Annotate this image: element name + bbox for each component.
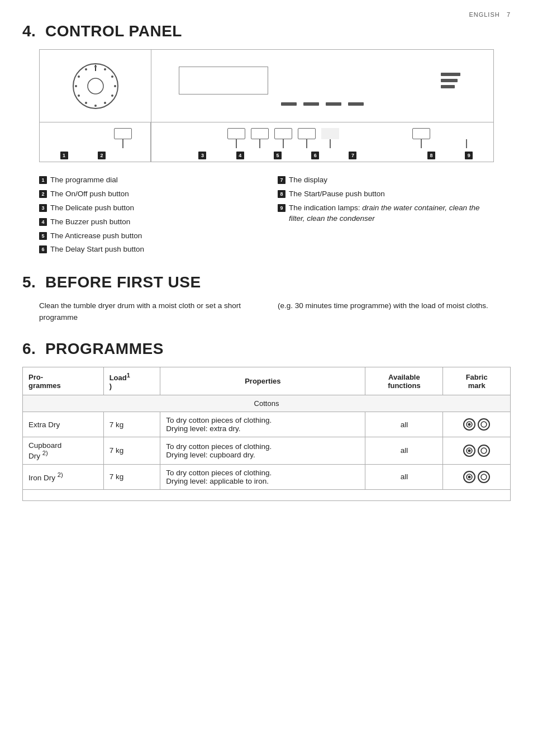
item-text-4: The Buzzer push button (50, 217, 130, 228)
prog-func-2: all (365, 437, 443, 465)
page-header: ENGLISH 7 (22, 11, 511, 18)
connector-5 (283, 139, 284, 148)
programme-dial (70, 61, 121, 111)
item-text-5: The Anticrease push button (50, 231, 142, 242)
category-cottons: Cottons (23, 395, 511, 412)
num-6: 6 (311, 152, 319, 159)
table-row: CupboardDry 2) 7 kg To dry cotton pieces… (23, 437, 511, 465)
control-panel-diagram: 1 2 3 4 5 6 7 8 9 (39, 49, 494, 162)
svg-point-3 (104, 68, 106, 70)
buttons-row (40, 122, 493, 148)
startpause-button (412, 128, 430, 139)
diagram-top (40, 50, 493, 122)
svg-point-14 (88, 78, 103, 94)
item-num-5: 5 (39, 232, 47, 240)
prog-func-3: all (365, 464, 443, 489)
page-number: 7 (507, 11, 511, 18)
item-8: 8 The Start/Pause push button (278, 187, 494, 201)
programmes-table: Pro-grammes Load1) Properties Availablef… (22, 367, 511, 501)
item-num-1: 1 (39, 176, 47, 184)
buzzer-button (251, 128, 269, 139)
prog-load-2: 7 kg (103, 437, 160, 465)
section5: 5. BEFORE FIRST USE Clean the tumble dry… (22, 273, 511, 323)
prog-props-3: To dry cotton pieces of clothing.Drying … (160, 464, 365, 489)
col-properties: Properties (160, 367, 365, 395)
status-bar-1 (441, 73, 460, 76)
items-grid: 1 The programme dial 2 The On/Off push b… (39, 173, 494, 257)
item-text-1: The programme dial (50, 175, 118, 186)
display-area (151, 50, 493, 122)
item-num-3: 3 (39, 204, 47, 212)
language-label: ENGLISH (469, 11, 499, 18)
section5-text-right: (e.g. 30 minutes time programme) with th… (278, 300, 494, 323)
svg-point-20 (481, 448, 487, 453)
connector-8 (421, 139, 422, 148)
item-text-6: The Delay Start push button (50, 244, 144, 255)
fabric-circle-dot-3 (463, 471, 475, 483)
item-num-2: 2 (39, 190, 47, 198)
svg-point-4 (111, 75, 113, 78)
table-header-row: Pro-grammes Load1) Properties Availablef… (23, 367, 511, 395)
connector-9 (466, 139, 467, 148)
item-text-7: The display (289, 175, 327, 186)
item-num-4: 4 (39, 218, 47, 226)
anticrease-button (274, 128, 292, 139)
item-text-2: The On/Off push button (50, 189, 129, 200)
segment-display-box (179, 67, 268, 94)
diagram-bottom-area: 1 2 3 4 5 6 7 8 9 (40, 122, 493, 162)
diagram-bottom-inner: 1 2 3 4 5 6 7 8 9 (40, 122, 493, 162)
connector-3 (236, 139, 237, 148)
status-icons (441, 73, 460, 88)
table-row: Extra Dry 7 kg To dry cotton pieces of c… (23, 412, 511, 437)
num-8: 8 (427, 152, 435, 159)
svg-point-5 (114, 85, 116, 87)
num-3: 3 (198, 152, 206, 159)
num-4: 4 (236, 152, 244, 159)
item-num-7: 7 (278, 176, 285, 184)
prog-fabric-1 (443, 412, 511, 437)
num-9: 9 (465, 152, 473, 159)
item-5: 5 The Anticrease push button (39, 229, 255, 243)
btn-anticrease (274, 128, 292, 148)
svg-point-9 (85, 102, 87, 104)
prog-fabric-2 (443, 437, 511, 465)
item-text-8: The Start/Pause push button (289, 189, 385, 200)
fabric-icons-1 (449, 418, 505, 431)
btn-startpause (412, 128, 430, 148)
fabric-icons-3 (449, 471, 505, 483)
connector-6 (306, 139, 307, 148)
svg-point-17 (481, 422, 487, 427)
btn-indicator (461, 128, 472, 148)
section5-title: 5. BEFORE FIRST USE (22, 273, 511, 291)
item-7: 7 The display (278, 173, 494, 187)
fabric-circle-empty-3 (478, 471, 490, 483)
svg-point-13 (85, 68, 87, 70)
col-functions: Availablefunctions (365, 367, 443, 395)
btn-onoff (114, 128, 132, 148)
connector-2 (122, 139, 123, 148)
prog-props-2: To dry cotton pieces of clothing.Drying … (160, 437, 365, 465)
svg-point-15 (468, 423, 471, 426)
col-fabric: Fabricmark (443, 367, 511, 395)
btn-display (321, 128, 339, 148)
svg-point-18 (468, 449, 471, 452)
connector-7 (330, 139, 331, 148)
numbers-row: 1 2 3 4 5 6 7 8 9 (40, 148, 493, 162)
svg-point-10 (78, 94, 80, 97)
delicate-button (227, 128, 245, 139)
prog-name-1: Extra Dry (23, 412, 104, 437)
empty-row (23, 489, 511, 500)
vertical-divider (150, 122, 151, 162)
svg-point-8 (94, 105, 97, 107)
btn-delicate (227, 128, 245, 148)
connector-4 (259, 139, 260, 148)
fabric-circle-empty-1 (478, 418, 490, 431)
prog-fabric-3 (443, 464, 511, 489)
item-num-6: 6 (39, 245, 47, 253)
item-1: 1 The programme dial (39, 173, 255, 187)
item-9: 9 The indication lamps: drain the water … (278, 201, 494, 226)
svg-point-21 (468, 475, 471, 478)
col-programmes: Pro-grammes (23, 367, 104, 395)
section6-title: 6. PROGRAMMES (22, 340, 511, 358)
fabric-circle-empty-2 (478, 445, 490, 457)
